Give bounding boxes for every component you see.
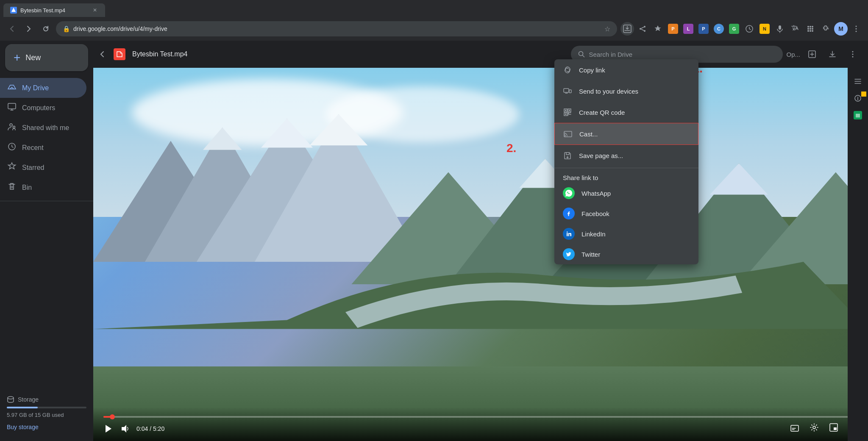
share-item-twitter[interactable]: Twitter <box>554 244 698 264</box>
save-page-icon <box>563 151 572 160</box>
panel-sheets[interactable] <box>851 108 865 122</box>
chrome-menu-button[interactable] <box>849 22 863 36</box>
video-container[interactable]: 0:04 / 5:20 <box>93 68 868 441</box>
whatsapp-label: WhatsApp <box>581 190 611 197</box>
panel-list-view[interactable] <box>851 75 865 88</box>
svg-point-17 <box>856 31 857 32</box>
download-to-device-icon[interactable] <box>620 22 634 36</box>
storage-section: Storage 5.97 GB of 15 GB used Buy storag… <box>0 389 93 438</box>
svg-point-3 <box>640 28 641 30</box>
sidebar: + New My Drive Computers <box>0 41 93 441</box>
play-button[interactable] <box>103 424 114 434</box>
add-to-drive-button[interactable] <box>804 46 821 63</box>
ext-icon-2[interactable]: L <box>682 22 695 36</box>
sidebar-item-starred[interactable]: Starred <box>0 158 86 178</box>
starred-icon <box>7 162 17 173</box>
more-options-button[interactable] <box>844 46 861 63</box>
svg-point-51 <box>813 426 815 429</box>
svg-rect-31 <box>856 115 860 116</box>
menu-item-send-devices[interactable]: Send to your devices <box>554 80 698 102</box>
bookmark-star-icon[interactable] <box>651 22 665 36</box>
sidebar-item-recent[interactable]: Recent <box>0 138 86 158</box>
header-actions: Op... <box>786 46 861 63</box>
mic-icon[interactable] <box>773 22 787 36</box>
reload-button[interactable] <box>39 22 53 36</box>
menu-item-save-page[interactable]: Save page as... <box>554 145 698 166</box>
whatsapp-icon <box>563 187 575 199</box>
video-controls: 0:04 / 5:20 <box>93 407 868 441</box>
bookmark-icon[interactable]: ☆ <box>604 25 610 33</box>
copy-link-icon <box>563 65 572 75</box>
extensions-icon[interactable] <box>819 22 832 36</box>
menu-item-create-qr[interactable]: Create QR code <box>554 102 698 123</box>
back-button[interactable] <box>5 22 19 36</box>
url-text: drive.google.com/drive/u/4/my-drive <box>73 25 601 32</box>
menu-item-cast[interactable]: Cast... <box>554 123 698 145</box>
svg-point-16 <box>856 28 857 30</box>
settings-button[interactable] <box>810 423 819 434</box>
ext-icon-5[interactable]: G <box>727 22 741 36</box>
svg-marker-23 <box>117 52 122 57</box>
svg-point-6 <box>807 26 809 28</box>
forward-button[interactable] <box>22 22 36 36</box>
share-item-linkedin[interactable]: LinkedIn <box>554 224 698 244</box>
ext-icon-7[interactable]: N <box>758 22 771 36</box>
address-bar: 🔒 drive.google.com/drive/u/4/my-drive ☆ … <box>0 17 868 41</box>
twitter-icon <box>563 248 575 260</box>
share-icon[interactable] <box>636 22 649 36</box>
sidebar-item-my-drive[interactable]: My Drive <box>0 78 86 98</box>
share-item-facebook[interactable]: Facebook <box>554 203 698 224</box>
mini-player-button[interactable] <box>829 423 838 434</box>
svg-rect-53 <box>834 427 837 430</box>
tab-bar: Bytesbin Test.mp4 ✕ <box>0 0 868 17</box>
tab-close-button[interactable]: ✕ <box>92 7 98 14</box>
download-button[interactable] <box>824 46 841 63</box>
linkedin-icon <box>563 228 575 240</box>
profile-avatar[interactable]: M <box>834 22 848 36</box>
recent-icon <box>7 142 17 153</box>
svg-point-8 <box>812 26 813 28</box>
new-button[interactable]: + New <box>5 44 88 71</box>
shared-label: Shared with me <box>22 124 69 132</box>
sidebar-item-bin[interactable]: Bin <box>0 178 86 197</box>
active-tab[interactable]: Bytesbin Test.mp4 ✕ <box>3 3 105 17</box>
ext-icon-4[interactable]: C <box>712 22 726 36</box>
file-title: Bytesbin Test.mp4 <box>132 50 568 58</box>
ext-icon-3[interactable]: P <box>697 22 710 36</box>
file-type-icon <box>114 48 125 60</box>
share-item-whatsapp[interactable]: WhatsApp <box>554 183 698 203</box>
svg-rect-30 <box>856 114 860 115</box>
share-section-title: Share link to <box>554 170 698 183</box>
video-progress-bar[interactable] <box>103 416 858 418</box>
svg-marker-37 <box>203 128 242 150</box>
svg-rect-5 <box>779 25 781 30</box>
svg-point-28 <box>852 56 854 58</box>
svg-point-9 <box>807 28 809 30</box>
context-menu: Copy link Send to your devices Create QR… <box>554 59 698 264</box>
ext-icon-1[interactable]: P <box>666 22 680 36</box>
save-page-label: Save page as... <box>579 152 623 159</box>
sidebar-divider <box>0 201 93 201</box>
volume-button[interactable] <box>120 424 130 433</box>
sidebar-item-computers[interactable]: Computers <box>0 98 86 118</box>
subtitles-button[interactable] <box>790 423 799 434</box>
svg-rect-18 <box>8 103 16 109</box>
ext-icon-6[interactable] <box>743 22 756 36</box>
sidebar-item-shared[interactable]: Shared with me <box>0 118 86 138</box>
create-qr-label: Create QR code <box>579 109 625 116</box>
menu-item-copy-link[interactable]: Copy link <box>554 59 698 80</box>
google-apps-icon[interactable] <box>804 22 817 36</box>
shared-icon <box>7 122 17 133</box>
buy-storage-button[interactable]: Buy storage <box>7 424 39 430</box>
storage-bar <box>7 407 86 408</box>
progress-dot <box>110 414 115 419</box>
drive-back-button[interactable] <box>93 46 110 63</box>
time-display: 0:04 / 5:20 <box>136 425 164 432</box>
url-bar[interactable]: 🔒 drive.google.com/drive/u/4/my-drive ☆ <box>56 21 617 36</box>
my-drive-icon <box>7 82 17 94</box>
svg-rect-61 <box>565 114 566 115</box>
linkedin-label: LinkedIn <box>581 230 606 238</box>
translate-icon[interactable] <box>788 22 802 36</box>
create-qr-icon <box>563 108 572 117</box>
notification-dot <box>861 92 866 97</box>
